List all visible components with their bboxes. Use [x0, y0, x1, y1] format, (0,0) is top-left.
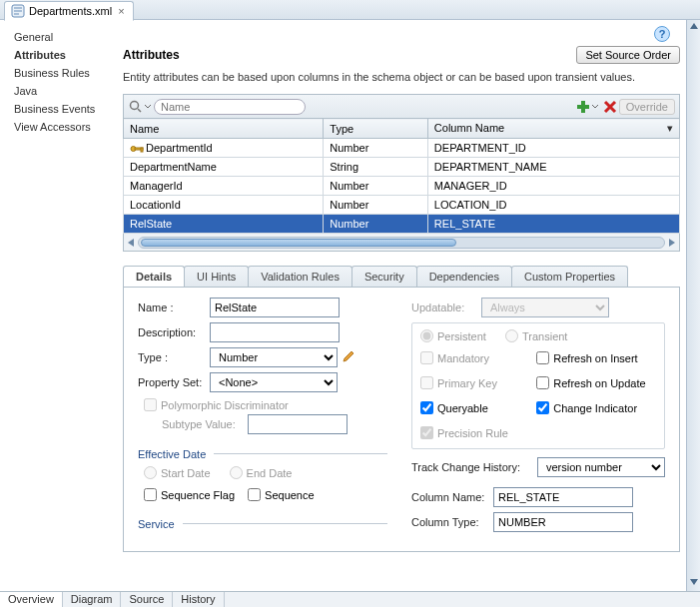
- svg-point-1: [131, 101, 139, 109]
- editor-tab-bar: Departments.xml ×: [0, 0, 700, 20]
- refresh-insert-checkbox[interactable]: [536, 351, 549, 364]
- horizontal-scrollbar[interactable]: [123, 234, 680, 252]
- column-header[interactable]: Type: [324, 119, 428, 139]
- sidebar-item-view-accessors[interactable]: View Accessors: [14, 118, 123, 136]
- start-date-label: Start Date: [161, 467, 211, 479]
- effective-date-heading: Effective Date: [138, 448, 206, 460]
- precision-rule-label: Precision Rule: [437, 427, 508, 439]
- vertical-scrollbar[interactable]: [686, 20, 700, 591]
- footer-tab-overview[interactable]: Overview: [0, 592, 63, 607]
- persistent-label: Persistent: [437, 330, 486, 342]
- main-area: GeneralAttributesBusiness RulesJavaBusin…: [0, 20, 686, 591]
- scroll-up-icon[interactable]: [690, 23, 698, 29]
- tab-security[interactable]: Security: [351, 266, 417, 287]
- name-field[interactable]: [210, 298, 340, 317]
- section-nav: GeneralAttributesBusiness RulesJavaBusin…: [0, 20, 123, 591]
- search-icon[interactable]: [128, 99, 152, 115]
- add-button[interactable]: [575, 99, 599, 115]
- column-menu-icon[interactable]: ▾: [667, 122, 673, 135]
- persistent-radio: [420, 329, 433, 342]
- edit-type-icon[interactable]: [342, 349, 355, 365]
- queryable-checkbox[interactable]: [420, 401, 433, 414]
- transient-label: Transient: [522, 330, 567, 342]
- refresh-update-label: Refresh on Update: [553, 377, 645, 389]
- column-type-label: Column Type:: [411, 516, 493, 528]
- content-panel: ? Attributes Set Source Order Entity att…: [123, 20, 686, 591]
- help-icon[interactable]: ?: [654, 26, 670, 42]
- primary-key-icon: [130, 144, 144, 154]
- sequence-checkbox[interactable]: [248, 488, 261, 501]
- details-pane: Name : Description: Type : Number Proper…: [123, 288, 680, 552]
- scroll-right-icon[interactable]: [669, 239, 675, 247]
- sidebar-item-general[interactable]: General: [14, 28, 123, 46]
- polymorphic-checkbox: [144, 398, 157, 411]
- footer-tab-history[interactable]: History: [173, 592, 224, 607]
- footer-tab-diagram[interactable]: Diagram: [63, 592, 122, 607]
- svg-line-2: [138, 109, 141, 112]
- polymorphic-label: Polymorphic Discriminator: [161, 399, 289, 411]
- detail-tab-bar: DetailsUI HintsValidation RulesSecurityD…: [123, 266, 680, 288]
- xml-file-icon: [11, 4, 25, 18]
- search-input[interactable]: [154, 99, 306, 115]
- transient-radio: [505, 329, 518, 342]
- page-description: Entity attributes can be based upon colu…: [123, 70, 680, 84]
- close-icon[interactable]: ×: [116, 5, 126, 17]
- type-label: Type :: [138, 351, 210, 363]
- tab-dependencies[interactable]: Dependencies: [416, 266, 512, 287]
- attribute-toolbar: Override: [123, 94, 680, 118]
- sidebar-item-business-events[interactable]: Business Events: [14, 100, 123, 118]
- tab-details[interactable]: Details: [123, 266, 185, 287]
- table-row[interactable]: LocationIdNumberLOCATION_ID: [124, 196, 680, 215]
- refresh-update-checkbox[interactable]: [536, 376, 549, 389]
- footer-tab-bar: OverviewDiagramSourceHistory: [0, 591, 700, 607]
- updatable-label: Updatable:: [411, 302, 481, 313]
- sidebar-item-attributes[interactable]: Attributes: [14, 46, 123, 64]
- mandatory-checkbox: [420, 351, 433, 364]
- table-row[interactable]: DepartmentNameStringDEPARTMENT_NAME: [124, 158, 680, 177]
- sidebar-item-business-rules[interactable]: Business Rules: [14, 64, 123, 82]
- tab-ui-hints[interactable]: UI Hints: [184, 266, 249, 287]
- precision-rule-checkbox: [420, 426, 433, 439]
- svg-rect-4: [577, 105, 589, 109]
- mandatory-label: Mandatory: [437, 352, 489, 364]
- file-tab[interactable]: Departments.xml ×: [4, 1, 134, 21]
- column-header[interactable]: Column Name▾: [427, 119, 679, 139]
- sequence-flag-checkbox[interactable]: [144, 488, 157, 501]
- updatable-select: Always: [481, 298, 609, 317]
- table-row[interactable]: RelStateNumberREL_STATE: [124, 215, 680, 234]
- delete-button[interactable]: [603, 100, 617, 114]
- track-history-select[interactable]: version number: [537, 457, 665, 477]
- table-row[interactable]: DepartmentIdNumberDEPARTMENT_ID: [124, 139, 680, 158]
- page-title: Attributes: [123, 48, 576, 62]
- primary-key-label: Primary Key: [437, 377, 497, 389]
- sequence-flag-label: Sequence Flag: [161, 489, 235, 501]
- property-set-select[interactable]: <None>: [210, 372, 338, 392]
- tab-custom-properties[interactable]: Custom Properties: [511, 266, 628, 287]
- sidebar-item-java[interactable]: Java: [14, 82, 123, 100]
- file-tab-label: Departments.xml: [29, 5, 112, 17]
- scroll-left-icon[interactable]: [128, 239, 134, 247]
- column-header[interactable]: Name: [124, 119, 324, 139]
- name-label: Name :: [138, 302, 210, 313]
- set-source-order-button[interactable]: Set Source Order: [576, 46, 680, 64]
- column-name-field[interactable]: [493, 487, 633, 507]
- column-type-field[interactable]: [493, 512, 633, 532]
- change-indicator-checkbox[interactable]: [536, 401, 549, 414]
- override-button: Override: [619, 99, 675, 115]
- end-date-radio: [230, 466, 243, 479]
- column-name-label: Column Name:: [411, 491, 493, 503]
- queryable-label: Queryable: [437, 402, 488, 414]
- type-select[interactable]: Number: [210, 347, 338, 367]
- table-row[interactable]: ManagerIdNumberMANAGER_ID: [124, 177, 680, 196]
- tab-validation-rules[interactable]: Validation Rules: [248, 266, 352, 287]
- description-label: Description:: [138, 326, 210, 338]
- subtype-label: Subtype Value:: [162, 418, 248, 430]
- attributes-table[interactable]: NameTypeColumn Name▾ DepartmentIdNumberD…: [123, 118, 680, 234]
- footer-tab-source[interactable]: Source: [121, 592, 173, 607]
- primary-key-checkbox: [420, 376, 433, 389]
- service-heading: Service: [138, 518, 175, 530]
- change-indicator-label: Change Indicator: [553, 402, 637, 414]
- description-field[interactable]: [210, 322, 340, 342]
- scrollbar-thumb[interactable]: [141, 239, 456, 247]
- scroll-down-icon[interactable]: [690, 579, 698, 585]
